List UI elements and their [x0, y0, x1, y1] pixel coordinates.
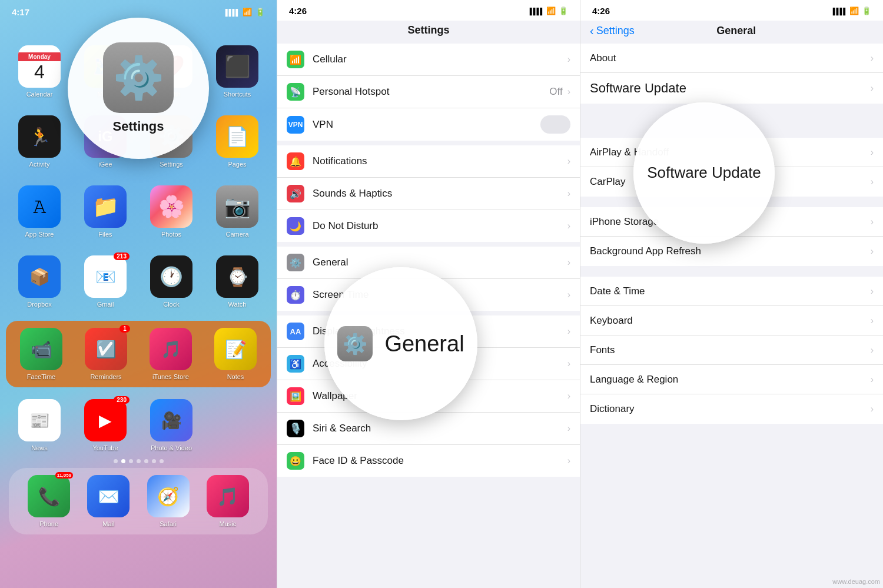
app-grid-row3: 𝙰 App Store 📁 Files 🌸 Photos 📷 Camera [0, 180, 277, 244]
language-label: Language & Region [590, 374, 871, 386]
dock-safari[interactable]: 🧭 Safari [140, 475, 197, 527]
app-activity[interactable]: 🏃 Activity [12, 115, 67, 168]
settings-row-hotspot[interactable]: 📡 Personal Hotspot Off › [277, 76, 580, 108]
about-chevron: › [871, 53, 874, 64]
app-camera[interactable]: 📷 Camera [210, 185, 265, 238]
general-row-about[interactable]: About › [580, 44, 883, 73]
general-signal-icon: ▌▌▌▌ [833, 8, 847, 15]
app-files[interactable]: 📁 Files [78, 185, 133, 238]
page-dot-1 [114, 459, 118, 463]
app-placeholder [210, 399, 265, 451]
app-photovideo[interactable]: 🎥 Photo & Video [144, 399, 199, 451]
calendar-day: Monday [18, 52, 61, 61]
bg-refresh-chevron: › [871, 246, 874, 257]
app-shortcuts[interactable]: ⬛ Shortcuts [210, 45, 265, 98]
app-appstore[interactable]: 𝙰 App Store [12, 185, 67, 238]
settings-time: 4:26 [289, 6, 307, 16]
sounds-label: Sounds & Haptics [313, 188, 567, 200]
general-status-bar: 4:26 ▌▌▌▌ 📶 🔋 [580, 0, 883, 21]
itunesstore-icon: 🎵 [150, 328, 192, 370]
activity-icon: 🏃 [18, 115, 61, 158]
app-gmail[interactable]: 📧 213 Gmail [78, 255, 133, 308]
settings-list: 📶 Cellular › 📡 Personal Hotspot Off › VP… [277, 44, 580, 481]
notifications-chevron: › [567, 156, 570, 167]
vpn-toggle[interactable] [540, 115, 570, 134]
home-battery-icon: 🔋 [255, 8, 265, 16]
sounds-chevron: › [567, 188, 570, 199]
general-time: 4:26 [592, 6, 610, 16]
settings-row-sounds[interactable]: 🔊 Sounds & Haptics › [277, 178, 580, 210]
general-row-bg-refresh[interactable]: Background App Refresh › [580, 237, 883, 266]
watermark: www.deuag.com [832, 578, 880, 585]
datetime-chevron: › [871, 286, 874, 297]
datetime-label: Date & Time [590, 285, 871, 297]
settings-circle-overlay: ⚙️ Settings [68, 18, 209, 159]
photovideo-label: Photo & Video [151, 444, 192, 451]
about-label: About [590, 52, 871, 64]
camera-label: Camera [225, 231, 248, 238]
photos-icon: 🌸 [150, 185, 192, 228]
sounds-icon: 🔊 [287, 185, 304, 202]
calendar-icon: Monday 4 [18, 45, 61, 88]
news-label: News [31, 444, 48, 451]
appstore-icon: 𝙰 [18, 185, 61, 228]
general-row-fonts[interactable]: Fonts › [580, 335, 883, 365]
general-row-language[interactable]: Language & Region › [580, 365, 883, 394]
shortcuts-label: Shortcuts [224, 91, 251, 98]
dropbox-icon: 📦 [18, 255, 61, 298]
back-button[interactable]: ‹ Settings [590, 24, 635, 38]
app-news[interactable]: 📰 News [12, 399, 67, 451]
settings-row-notifications[interactable]: 🔔 Notifications › [277, 145, 580, 178]
dock-music[interactable]: 🎵 Music [200, 475, 256, 527]
settings-row-dnd[interactable]: 🌙 Do Not Disturb › [277, 210, 580, 242]
app-photos[interactable]: 🌸 Photos [144, 185, 199, 238]
general-circle-overlay: ⚙️ General [324, 267, 477, 420]
page-dot-6 [152, 459, 156, 463]
news-icon: 📰 [18, 399, 61, 441]
activity-label: Activity [29, 161, 50, 168]
general-nav-header: ‹ Settings General [580, 21, 883, 44]
general-row-dictionary[interactable]: Dictionary › [580, 394, 883, 424]
settings-row-faceid[interactable]: 😀 Face ID & Passcode › [277, 445, 580, 477]
display-chevron: › [567, 326, 570, 337]
notes-icon: 📝 [214, 328, 257, 370]
settings-signal-icon: ▌▌▌▌ [530, 8, 543, 15]
app-pages[interactable]: 📄 Pages [210, 115, 265, 168]
app-facetime[interactable]: 📹 FaceTime [12, 328, 71, 380]
general-row-keyboard[interactable]: Keyboard › [580, 306, 883, 335]
page-dot-3 [129, 459, 133, 463]
settings-row-vpn[interactable]: VPN VPN [277, 108, 580, 141]
app-reminders[interactable]: ☑️ 1 Reminders [77, 328, 135, 380]
app-dropbox[interactable]: 📦 Dropbox [12, 255, 67, 308]
dock-phone[interactable]: 📞 11,059 Phone [21, 475, 77, 527]
gmail-label: Gmail [97, 301, 114, 308]
software-update-chevron: › [871, 83, 874, 94]
app-itunesstore[interactable]: 🎵 iTunes Store [141, 328, 200, 380]
general-row-datetime[interactable]: Date & Time › [580, 277, 883, 306]
files-icon: 📁 [84, 185, 127, 228]
notifications-label: Notifications [313, 155, 567, 167]
dictionary-label: Dictionary [590, 403, 871, 415]
bg-refresh-label: Background App Refresh [590, 245, 871, 257]
orange-folder: 📹 FaceTime ☑️ 1 Reminders 🎵 iTunes Store… [6, 321, 271, 387]
settings-row-cellular[interactable]: 📶 Cellular › [277, 44, 580, 76]
dock-mail[interactable]: ✉️ Mail [80, 475, 137, 527]
app-watch[interactable]: ⌚ Watch [210, 255, 265, 308]
hotspot-chevron: › [567, 87, 570, 97]
iphone-storage-chevron: › [871, 217, 874, 227]
app-youtube[interactable]: ▶ 230 YouTube [78, 399, 133, 451]
notes-label: Notes [227, 373, 244, 380]
screentime-chevron: › [567, 290, 570, 300]
igee-label: iGee [98, 161, 112, 168]
app-notes[interactable]: 📝 Notes [206, 328, 265, 380]
photos-label: Photos [161, 231, 181, 238]
home-wifi-icon: 📶 [243, 8, 252, 16]
general-row-software-update[interactable]: Software Update › [580, 73, 883, 104]
settings-row-siri[interactable]: 🎙️ Siri & Search › [277, 413, 580, 445]
app-calendar[interactable]: Monday 4 Calendar [12, 45, 67, 98]
app-clock[interactable]: 🕐 Clock [144, 255, 199, 308]
general-chevron: › [567, 257, 570, 268]
phone-badge: 11,059 [55, 472, 73, 479]
gmail-badge: 213 [114, 253, 130, 260]
software-update-label: Software Update [590, 81, 871, 96]
